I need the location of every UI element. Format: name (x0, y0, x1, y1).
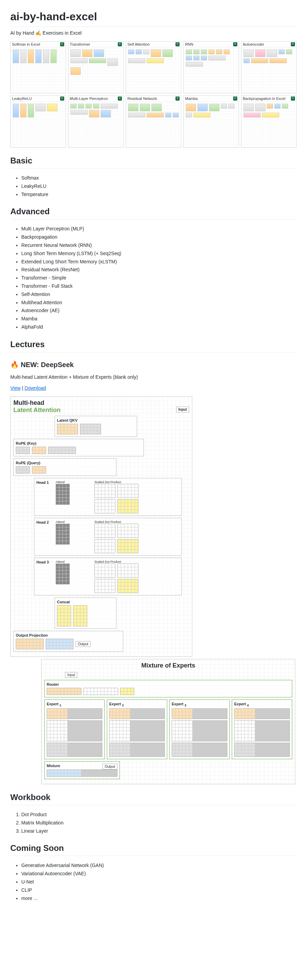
latent-qkv-label: Latent QKV (57, 418, 135, 422)
new-deepseek-desc: Multi-head Latent Attention + Mixture of… (10, 374, 297, 380)
list-item: Dot Product (21, 811, 297, 819)
thumbnail: Residual Network (126, 95, 181, 148)
list-item: Self-Attention (21, 291, 297, 299)
mla-title-c: Attention (33, 407, 60, 414)
sdp-label: Scaled Dot Product (94, 560, 138, 563)
sdp-label: Scaled Dot Product (94, 480, 138, 484)
thumbnail: RNN (183, 41, 239, 94)
excel-icon (60, 97, 64, 100)
basic-list: Softmax LeakyReLU Temperature (10, 174, 297, 199)
thumbnail-title: Self Attention (127, 42, 150, 46)
excel-icon (233, 42, 237, 46)
moe-title: Mixture of Experts (44, 662, 292, 669)
page-title: ai-by-hand-excel (10, 10, 297, 27)
thumbnail-title: LeakyReLU (12, 97, 32, 100)
mla-title-b: Latent (13, 407, 33, 414)
workbook-heading: Workbook (10, 792, 297, 805)
thumbnail: Softmax in Excel (10, 41, 66, 94)
list-item: LeakyReLU (21, 182, 297, 191)
coming-soon-list: Generative Adversarial Network (GAN) Var… (10, 862, 297, 902)
thumbnail: Self Attention (126, 41, 181, 94)
list-item: Extended Long Short Term Memory (xLSTM) (21, 258, 297, 266)
mixture-label: Mixture (47, 764, 60, 768)
moe-output-label: Output (102, 764, 118, 770)
moe-input-label: Input (65, 672, 77, 678)
excel-icon (291, 97, 295, 100)
thumbnail: Backpropagation in Excel (241, 95, 297, 148)
mla-figure: Multi-head Latent Attention Input Latent… (10, 396, 192, 657)
advanced-list: Multi Layer Perceptron (MLP) Backpropaga… (10, 225, 297, 331)
thumbnail-grid: Softmax in Excel Transformer Self Attent… (10, 41, 297, 148)
view-link[interactable]: View (10, 385, 21, 391)
list-item: Transformer - Simple (21, 274, 297, 282)
list-item: Autoencoder (AE) (21, 307, 297, 315)
head2-label: Head 2 (37, 520, 54, 524)
thumbnail: Multi-Layer Perceptron (68, 95, 124, 148)
attend-label: Attend (56, 560, 70, 563)
list-item: Transformer - Full Stack (21, 282, 297, 291)
mla-output-label: Output (76, 641, 91, 647)
thumbnail-title: Autoencoder (243, 42, 264, 46)
expert-label: Expert (234, 702, 246, 706)
concat-label: Concat (57, 600, 114, 604)
coming-soon-heading: Coming Soon (10, 843, 297, 856)
page-subtitle: AI by Hand ✍️ Exercises in Excel (10, 30, 297, 36)
list-item: Recurrent Neural Network (RNN) (21, 242, 297, 250)
router-label: Router (47, 682, 290, 686)
thumbnail: Mamba (183, 95, 239, 148)
attend-label: Attend (56, 520, 70, 523)
thumbnail: Transformer (68, 41, 124, 94)
list-item: Matrix Multiplication (21, 819, 297, 827)
moe-figure: Mixture of Experts Input Router Expert 1… (41, 659, 295, 784)
list-item: Residual Network (ResNet) (21, 266, 297, 274)
thumbnail: Autoencoder (241, 41, 297, 94)
list-item: CLIP (21, 886, 297, 894)
list-item: U-Net (21, 878, 297, 886)
excel-icon (118, 42, 122, 46)
head1-label: Head 1 (37, 480, 54, 485)
workbook-list: Dot Product Matrix Multiplication Linear… (10, 811, 297, 835)
list-item: Multi Layer Perceptron (MLP) (21, 225, 297, 233)
mla-input-label: Input (176, 407, 189, 412)
lectures-heading: Lectures (10, 340, 297, 352)
head3-label: Head 3 (37, 560, 54, 564)
excel-icon (291, 42, 295, 46)
new-deepseek-heading: 🔥 NEW: DeepSeek (10, 361, 297, 369)
thumbnail-title: RNN (185, 42, 193, 46)
thumbnail-title: Backpropagation in Excel (243, 97, 285, 100)
list-item: Mamba (21, 315, 297, 323)
thumbnail: LeakyReLU (10, 95, 66, 148)
list-item: Softmax (21, 174, 297, 182)
thumbnail-title: Transformer (70, 42, 90, 46)
download-link[interactable]: Download (25, 385, 46, 391)
list-item: more ... (21, 894, 297, 903)
excel-icon (175, 42, 180, 46)
excel-icon (60, 42, 64, 46)
thumbnail-title: Softmax in Excel (12, 42, 40, 46)
list-item: Long Short Term Memory (LSTM) (+ Seq2Seq… (21, 250, 297, 258)
output-projection-label: Output Projection (16, 633, 48, 637)
advanced-heading: Advanced (10, 207, 297, 220)
basic-heading: Basic (10, 156, 297, 169)
thumbnail-title: Multi-Layer Perceptron (70, 97, 108, 100)
list-item: Temperature (21, 191, 297, 199)
excel-icon (233, 97, 237, 100)
list-item: Variational Autoencoder (VAE) (21, 870, 297, 878)
attend-label: Attend (56, 480, 70, 484)
expert-label: Expert (47, 702, 58, 706)
expert-label: Expert (172, 702, 183, 706)
mla-title-a: Multi-head (13, 399, 44, 406)
excel-icon (175, 97, 180, 100)
list-item: AlphaFold (21, 323, 297, 331)
lecture-links: View | Download (10, 385, 297, 391)
rope-key-label: RoPE (Key) (16, 441, 142, 445)
list-item: Generative Adversarial Network (GAN) (21, 862, 297, 870)
sdp-label: Scaled Dot Product (94, 520, 138, 523)
expert-label: Expert (109, 702, 121, 706)
thumbnail-title: Mamba (185, 97, 198, 100)
list-item: Multihead Attention (21, 299, 297, 307)
rope-query-label: RoPE (Query) (16, 461, 114, 465)
excel-icon (118, 97, 122, 100)
list-item: Linear Layer (21, 827, 297, 835)
list-item: Backpropagation (21, 233, 297, 242)
